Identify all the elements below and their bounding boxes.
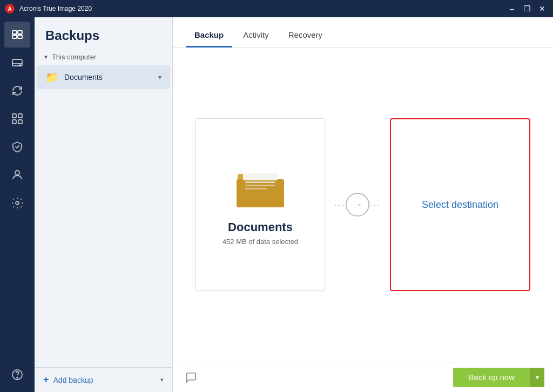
sidebar-item-backups[interactable] [4,22,30,48]
svg-text:A: A [8,6,11,12]
svg-rect-4 [12,35,17,38]
chevron-icon: ▾ [158,73,161,81]
arrow-circle-icon: → [346,193,369,217]
close-button[interactable]: ✕ [536,3,549,14]
svg-rect-10 [18,114,22,118]
sidebar-item-account[interactable] [4,162,30,188]
sidebar-item-help[interactable] [4,362,30,388]
sidebar-item-drive[interactable] [4,50,30,76]
maximize-button[interactable]: ❐ [521,3,534,14]
backup-dropdown-button[interactable]: ▾ [530,368,544,387]
backup-now-button[interactable]: Back up now [453,368,530,387]
section-arrow-icon: ▼ [43,54,49,60]
svg-point-14 [16,201,19,205]
right-dots: ··· [369,199,381,211]
folder-icon: 📁 [45,71,59,84]
destination-text: Select destination [422,198,498,212]
svg-rect-3 [18,31,22,34]
tab-backup[interactable]: Backup [186,24,232,48]
titlebar: A Acronis True Image 2020 – ❐ ✕ [0,0,553,17]
svg-rect-12 [18,120,22,124]
chat-icon[interactable] [181,368,201,387]
svg-point-8 [19,65,21,66]
backup-item-documents[interactable]: 📁 Documents ▾ [37,65,170,89]
main-content: Backup Activity Recovery [173,17,553,392]
sidebar-item-sync[interactable] [4,78,30,104]
svg-rect-17 [237,179,284,207]
sidebar-item-dashboard[interactable] [4,106,30,132]
backup-item-label: Documents [64,73,158,82]
svg-rect-21 [245,188,267,190]
window-controls: – ❐ ✕ [505,3,549,14]
svg-rect-2 [12,31,17,34]
sidebar-item-protection[interactable] [4,134,30,160]
tab-activity[interactable]: Activity [234,24,278,48]
arrow-connector: ··· → ··· [325,193,390,217]
svg-rect-18 [243,173,278,180]
add-backup-label: Add backup [53,376,93,384]
panel-title: Backups [35,17,172,50]
app-body: Backups ▼ This computer 📁 Documents ▾ + … [0,17,553,392]
app-title: Acronis True Image 2020 [19,5,505,12]
tab-recovery[interactable]: Recovery [280,24,331,48]
svg-rect-11 [12,120,16,124]
source-size: 452 MB of data selected [222,238,298,246]
minimize-button[interactable]: – [505,3,518,14]
add-icon: + [43,374,49,386]
section-label-text: This computer [52,53,96,61]
backup-btn-group: Back up now ▾ [453,368,544,387]
destination-card[interactable]: Select destination [390,118,530,291]
bottom-bar: Back up now ▾ [173,362,553,392]
left-panel: Backups ▼ This computer 📁 Documents ▾ + … [35,17,173,392]
svg-point-16 [17,377,18,379]
svg-rect-19 [245,181,275,183]
sidebar-item-settings[interactable] [4,190,30,216]
folder-visual [233,164,287,209]
add-dropdown-icon: ▾ [160,376,164,383]
left-dots: ··· [334,199,346,211]
source-card[interactable]: Documents 452 MB of data selected [195,118,325,291]
app-logo-icon: A [4,3,15,14]
section-label: ▼ This computer [35,50,172,64]
folder-svg-icon [233,164,287,207]
source-name: Documents [228,220,293,234]
content-area: Documents 452 MB of data selected ··· → … [173,48,553,362]
svg-rect-5 [18,35,22,38]
tab-bar: Backup Activity Recovery [173,17,553,48]
sidebar-icons [0,17,35,392]
svg-point-13 [15,171,19,175]
svg-rect-20 [245,185,275,186]
svg-rect-9 [12,114,16,118]
add-backup-button[interactable]: + Add backup ▾ [35,367,172,392]
